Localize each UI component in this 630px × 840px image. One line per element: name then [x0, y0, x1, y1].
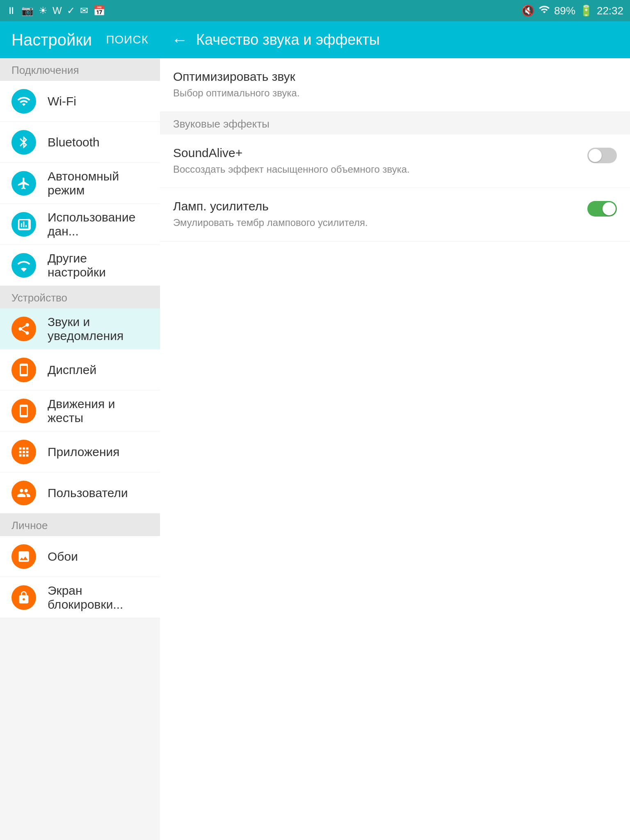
sidebar-item-display[interactable]: Дисплей — [0, 349, 160, 390]
wifi-label: Wi-Fi — [48, 94, 76, 108]
soundalive-text: SoundAlive+ Воссоздать эффект насыщенног… — [173, 146, 581, 176]
tubamp-toggle[interactable] — [587, 201, 617, 217]
soundalive-toggle-knob — [589, 149, 602, 162]
pause-icon: ⏸ — [7, 5, 16, 16]
tubamp-toggle-knob — [603, 202, 616, 215]
optimize-sound-item[interactable]: Оптимизировать звук Выбор оптимального з… — [160, 58, 630, 112]
sounds-label: Звуки и уведомления — [48, 315, 148, 343]
motions-icon — [11, 399, 36, 423]
sidebar-item-sounds[interactable]: Звуки и уведомления — [0, 308, 160, 349]
sidebar-item-lockscreen[interactable]: Экран блокировки... — [0, 577, 160, 618]
left-panel: Настройки ПОИСК Подключения Wi-Fi Blueto… — [0, 21, 160, 840]
section-device: Устройство — [0, 286, 160, 308]
optimize-sound-title: Оптимизировать звук — [173, 70, 617, 84]
airplane-icon — [11, 171, 36, 196]
tubamp-item[interactable]: Ламп. усилитель Эмулировать тембр лампов… — [160, 188, 630, 242]
right-content: Оптимизировать звук Выбор оптимального з… — [160, 58, 630, 840]
display-icon — [11, 358, 36, 382]
time-display: 22:32 — [597, 5, 623, 17]
mute-icon: 🔇 — [521, 5, 534, 17]
wallpaper-icon — [11, 544, 36, 569]
section-connections: Подключения — [0, 58, 160, 81]
wifi-status-icon — [539, 4, 550, 18]
wallpaper-label: Обои — [48, 550, 78, 564]
users-label: Пользователи — [48, 486, 128, 500]
wifi-icon — [11, 89, 36, 114]
datausage-label: Использование дан... — [48, 210, 148, 238]
apps-icon — [11, 440, 36, 464]
lockscreen-icon — [11, 585, 36, 610]
optimize-sound-text: Оптимизировать звук Выбор оптимального з… — [173, 70, 617, 100]
sidebar-item-motions[interactable]: Движения и жесты — [0, 390, 160, 431]
airplane-label: Автономный режим — [48, 169, 148, 197]
sidebar-item-wallpaper[interactable]: Обои — [0, 536, 160, 577]
screenshot-icon: 📷 — [21, 5, 34, 16]
moresettings-icon — [11, 253, 36, 278]
sidebar-item-airplane[interactable]: Автономный режим — [0, 163, 160, 204]
notification-icon: ☀ — [39, 5, 48, 16]
sidebar-item-bluetooth[interactable]: Bluetooth — [0, 122, 160, 163]
soundalive-title: SoundAlive+ — [173, 146, 581, 160]
section-personal: Личное — [0, 514, 160, 536]
email-icon: ✉ — [80, 5, 88, 16]
sounds-icon — [11, 317, 36, 341]
sidebar-item-users[interactable]: Пользователи — [0, 472, 160, 514]
sidebar-item-apps[interactable]: Приложения — [0, 431, 160, 472]
status-bar-right: 🔇 89% 🔋 22:32 — [521, 4, 623, 18]
users-icon — [11, 481, 36, 505]
todo-icon: ✓ — [67, 5, 75, 16]
bluetooth-icon — [11, 130, 36, 155]
sidebar-item-moresettings[interactable]: Другие настройки — [0, 245, 160, 286]
right-panel: ← Качество звука и эффекты Оптимизироват… — [160, 21, 630, 840]
bluetooth-label: Bluetooth — [48, 135, 100, 149]
calendar-icon: 📅 — [93, 5, 105, 16]
battery-text: 89% — [554, 5, 575, 17]
main-layout: Настройки ПОИСК Подключения Wi-Fi Blueto… — [0, 21, 630, 840]
search-button[interactable]: ПОИСК — [106, 33, 148, 46]
sound-effects-label: Звуковые эффекты — [160, 112, 630, 135]
apps-label: Приложения — [48, 445, 120, 459]
back-button[interactable]: ← — [171, 31, 188, 49]
settings-title: Настройки — [11, 31, 92, 49]
motions-label: Движения и жесты — [48, 397, 148, 425]
right-header: ← Качество звука и эффекты — [160, 21, 630, 58]
datausage-icon — [11, 212, 36, 237]
word-icon: W — [52, 5, 62, 16]
sidebar-item-wifi[interactable]: Wi-Fi — [0, 81, 160, 122]
tubamp-text: Ламп. усилитель Эмулировать тембр лампов… — [173, 199, 581, 230]
soundalive-desc: Воссоздать эффект насыщенного объемного … — [173, 162, 581, 176]
soundalive-toggle[interactable] — [587, 148, 617, 163]
right-panel-title: Качество звука и эффекты — [196, 31, 380, 48]
moresettings-label: Другие настройки — [48, 251, 148, 279]
left-header: Настройки ПОИСК — [0, 21, 160, 58]
sidebar-item-datausage[interactable]: Использование дан... — [0, 204, 160, 245]
optimize-sound-desc: Выбор оптимального звука. — [173, 86, 617, 100]
battery-icon: 🔋 — [580, 5, 593, 17]
lockscreen-label: Экран блокировки... — [48, 584, 148, 612]
status-bar: ⏸ 📷 ☀ W ✓ ✉ 📅 🔇 89% 🔋 22:32 — [0, 0, 630, 21]
status-bar-left: ⏸ 📷 ☀ W ✓ ✉ 📅 — [7, 5, 105, 16]
tubamp-desc: Эмулировать тембр лампового усилителя. — [173, 216, 581, 230]
tubamp-title: Ламп. усилитель — [173, 199, 581, 213]
soundalive-item[interactable]: SoundAlive+ Воссоздать эффект насыщенног… — [160, 135, 630, 188]
display-label: Дисплей — [48, 363, 96, 377]
